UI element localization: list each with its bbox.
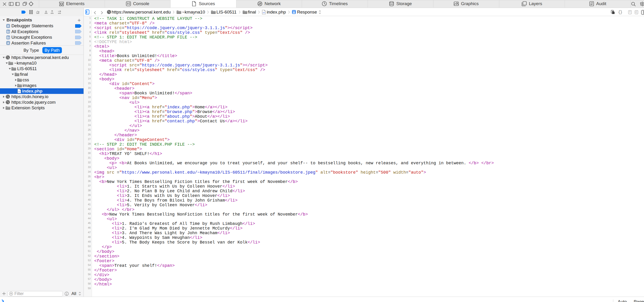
- svg-text:D: D: [7, 25, 9, 27]
- svg-text:Ex: Ex: [7, 31, 10, 33]
- svg-text:C: C: [636, 11, 638, 14]
- svg-text:T: T: [629, 11, 631, 14]
- svg-text:<>: <>: [263, 12, 265, 14]
- svg-text:A: A: [7, 42, 9, 45]
- svg-text:<>: <>: [18, 91, 20, 93]
- svg-text:Ex: Ex: [7, 36, 10, 39]
